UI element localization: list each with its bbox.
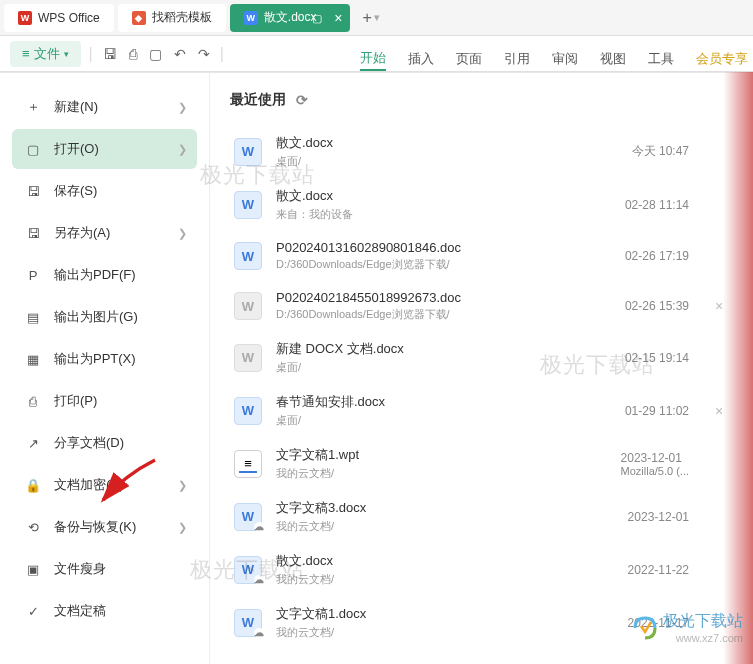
file-path: D:/360Downloads/Edge浏览器下载/ [276,257,625,272]
file-path: 来自：我的设备 [276,207,625,222]
sidebar-item-label: 文档定稿 [54,602,106,620]
recent-file-item[interactable]: W P020240218455018992673.doc D:/360Downl… [230,281,733,331]
ribbon-tab-start[interactable]: 开始 [360,49,386,71]
recent-file-item[interactable]: W 散文.docx 我的云文档/ 2022-11-22 [230,543,733,596]
file-info: 新建 DOCX 文档.docx 桌面/ [276,340,625,375]
sidebar-item-label: 输出为PPT(X) [54,350,136,368]
tab-label: WPS Office [38,11,100,25]
sidebar-item-5[interactable]: ▤ 输出为图片(G) [12,297,197,337]
chevron-down-icon: ▾ [64,49,69,59]
recent-file-item[interactable]: W P020240131602890801846.doc D:/360Downl… [230,231,733,281]
sidebar-item-11[interactable]: ▣ 文件瘦身 [12,549,197,589]
file-time: 02-15 19:14 [625,351,689,365]
file-type-icon: W [234,397,262,425]
file-menu-button[interactable]: ≡ 文件 ▾ [10,41,81,67]
file-name: 文字文稿1.wpt [276,446,621,464]
ribbon-tab-tools[interactable]: 工具 [648,50,674,70]
file-info: P020240131602890801846.doc D:/360Downloa… [276,240,625,272]
separator: | [89,45,93,63]
file-type-icon: W [234,191,262,219]
preview-icon[interactable]: ▢ [147,44,164,64]
sidebar-item-12[interactable]: ✓ 文档定稿 [12,591,197,631]
recent-list: W 散文.docx 桌面/ 今天 10:47 W 散文.docx 来自：我的设备… [230,125,733,649]
recent-file-item[interactable]: W 文字文稿3.docx 我的云文档/ 2023-12-01 [230,490,733,543]
sidebar-item-icon: ▤ [24,310,42,325]
sidebar-item-icon: 🖫 [24,184,42,199]
file-type-icon: W [234,242,262,270]
file-info: 散文.docx 我的云文档/ [276,552,628,587]
recent-file-item[interactable]: ≡ 文字文稿1.wpt 我的云文档/ 2023-12-01Mozilla/5.0… [230,437,733,490]
recent-file-item[interactable]: W 文字文稿1.docx 我的云文档/ 2022-11-17 [230,596,733,649]
sidebar-item-label: 打开(O) [54,140,99,158]
file-time: 02-26 17:19 [625,249,689,263]
sidebar-item-6[interactable]: ▦ 输出为PPT(X) [12,339,197,379]
sidebar-item-9[interactable]: 🔒 文档加密(E) ❯ [12,465,197,505]
file-time: 2023-12-01 [628,510,689,524]
sidebar-item-icon: ⎙ [24,394,42,409]
sidebar-item-label: 文件瘦身 [54,560,106,578]
sidebar-item-1[interactable]: ▢ 打开(O) ❯ [12,129,197,169]
tab-doke-template[interactable]: ◆ 找稻壳模板 [118,4,226,32]
tab-close-icon[interactable]: × [334,10,342,26]
tab-popout-icon[interactable]: ▢ [312,11,322,24]
sidebar-item-label: 另存为(A) [54,224,110,242]
ribbon-tab-page[interactable]: 页面 [456,50,482,70]
sidebar-item-3[interactable]: 🖫 另存为(A) ❯ [12,213,197,253]
wps-icon: W [18,11,32,25]
sidebar-item-0[interactable]: ＋ 新建(N) ❯ [12,87,197,127]
file-time: 02-26 15:39 [625,299,689,313]
file-path: 桌面/ [276,154,632,169]
redo-icon[interactable]: ↷ [196,44,212,64]
sidebar-item-4[interactable]: P 输出为PDF(F) [12,255,197,295]
sidebar-item-icon: ⟲ [24,520,42,535]
sidebar-item-10[interactable]: ⟲ 备份与恢复(K) ❯ [12,507,197,547]
file-info: 文字文稿1.docx 我的云文档/ [276,605,628,640]
file-path: 我的云文档/ [276,572,628,587]
file-time: 01-29 11:02 [625,404,689,418]
sidebar-item-8[interactable]: ↗ 分享文档(D) [12,423,197,463]
sidebar-item-label: 新建(N) [54,98,98,116]
add-tab-dropdown[interactable]: ▾ [374,11,380,24]
file-path: D:/360Downloads/Edge浏览器下载/ [276,307,625,322]
tab-active-document[interactable]: W 散文.docx ▢ × [230,4,351,32]
recent-file-item[interactable]: W 散文.docx 来自：我的设备 02-28 11:14 [230,178,733,231]
sidebar-item-7[interactable]: ⎙ 打印(P) [12,381,197,421]
ribbon-tab-ref[interactable]: 引用 [504,50,530,70]
ribbon-tab-view[interactable]: 视图 [600,50,626,70]
file-name: P020240131602890801846.doc [276,240,625,255]
undo-icon[interactable]: ↶ [172,44,188,64]
tab-label: 散文.docx [264,9,317,26]
recent-file-item[interactable]: W 散文.docx 桌面/ 今天 10:47 [230,125,733,178]
file-info: 文字文稿1.wpt 我的云文档/ [276,446,621,481]
ribbon-tab-insert[interactable]: 插入 [408,50,434,70]
file-name: 散文.docx [276,187,625,205]
file-name: 春节通知安排.docx [276,393,625,411]
add-tab-button[interactable]: + [362,9,371,27]
file-time: 2022-11-17 [628,616,689,630]
refresh-icon[interactable]: ⟳ [296,92,308,108]
ribbon-tab-vip[interactable]: 会员专享 [696,50,748,70]
recent-files-panel: 最近使用 ⟳ W 散文.docx 桌面/ 今天 10:47 W 散文.docx … [210,73,753,664]
file-name: 文字文稿1.docx [276,605,628,623]
sidebar-item-label: 输出为图片(G) [54,308,138,326]
sidebar-item-label: 输出为PDF(F) [54,266,136,284]
file-name: 新建 DOCX 文档.docx [276,340,625,358]
save-icon[interactable]: 🖫 [101,44,119,64]
recent-file-item[interactable]: W 新建 DOCX 文档.docx 桌面/ 02-15 19:14 [230,331,733,384]
file-name: 散文.docx [276,552,628,570]
remove-file-icon[interactable]: × [709,298,729,314]
tab-wps-office[interactable]: W WPS Office [4,4,114,32]
remove-file-icon[interactable]: × [709,403,729,419]
recent-file-item[interactable]: W 春节通知安排.docx 桌面/ 01-29 11:02 × [230,384,733,437]
ribbon-tab-review[interactable]: 审阅 [552,50,578,70]
file-label: 文件 [34,45,60,63]
file-type-icon: W [234,292,262,320]
file-name: P020240218455018992673.doc [276,290,625,305]
hamburger-icon: ≡ [22,46,30,61]
file-info: 文字文稿3.docx 我的云文档/ [276,499,628,534]
sidebar-item-icon: 🖫 [24,226,42,241]
sidebar-item-2[interactable]: 🖫 保存(S) [12,171,197,211]
sidebar-item-icon: P [24,268,42,283]
separator: | [220,45,224,63]
print-icon[interactable]: ⎙ [127,44,139,64]
